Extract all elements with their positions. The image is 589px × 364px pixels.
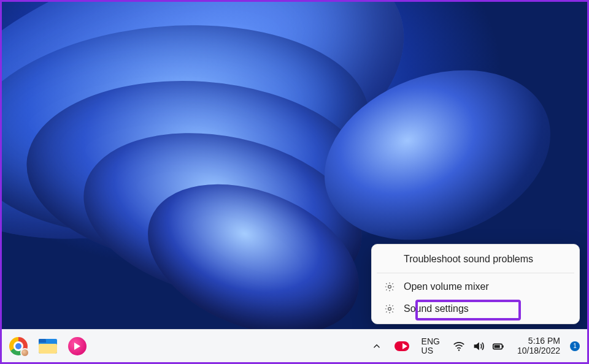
- speaker-icon: [472, 339, 485, 353]
- taskbar-pinned-apps: [4, 333, 91, 360]
- menu-label: Sound settings: [404, 303, 469, 314]
- svg-point-1: [388, 308, 391, 311]
- tray-language-button[interactable]: ENG US: [418, 335, 444, 357]
- language-primary: ENG: [422, 337, 440, 346]
- chrome-icon: [9, 337, 28, 355]
- system-tray: ENG US 5:16 PM 10/18/2022 1: [368, 334, 583, 358]
- menu-item-volume-mixer[interactable]: Open volume mixer: [375, 276, 576, 298]
- gear-icon: [384, 281, 395, 292]
- taskbar-app-file-explorer[interactable]: [34, 333, 62, 360]
- language-secondary: US: [422, 346, 440, 355]
- taskbar-app-screen-recorder[interactable]: [63, 333, 91, 360]
- svg-point-2: [458, 349, 460, 351]
- menu-label: Open volume mixer: [404, 281, 489, 292]
- clock-time: 5:16 PM: [517, 336, 560, 346]
- wifi-icon: [452, 339, 466, 353]
- battery-icon: [491, 339, 505, 353]
- menu-separator: [377, 273, 574, 273]
- tray-app-indicator[interactable]: [391, 339, 413, 354]
- avatar: [20, 348, 29, 357]
- notification-badge: 1: [570, 341, 580, 351]
- menu-item-sound-settings[interactable]: Sound settings: [375, 298, 576, 320]
- menu-label: Troubleshoot sound problems: [404, 254, 533, 265]
- tray-quick-settings[interactable]: [448, 337, 509, 355]
- tray-notifications[interactable]: 1: [566, 339, 583, 354]
- mail-indicator-icon: [395, 341, 409, 351]
- clock-date: 10/18/2022: [517, 346, 560, 355]
- svg-rect-4: [502, 345, 504, 347]
- chevron-up-icon: [371, 341, 382, 352]
- svg-point-0: [388, 286, 391, 289]
- screen-recorder-icon: [68, 337, 87, 355]
- file-explorer-icon: [39, 339, 57, 354]
- svg-rect-5: [495, 345, 500, 348]
- taskbar: ENG US 5:16 PM 10/18/2022 1: [2, 329, 587, 362]
- gear-icon: [384, 303, 395, 314]
- menu-item-troubleshoot[interactable]: Troubleshoot sound problems: [375, 248, 576, 270]
- tray-clock[interactable]: 5:16 PM 10/18/2022: [514, 334, 561, 358]
- taskbar-app-chrome[interactable]: [4, 333, 33, 360]
- tray-overflow-button[interactable]: [368, 338, 386, 354]
- sound-context-menu: Troubleshoot sound problems Open volume …: [371, 244, 580, 324]
